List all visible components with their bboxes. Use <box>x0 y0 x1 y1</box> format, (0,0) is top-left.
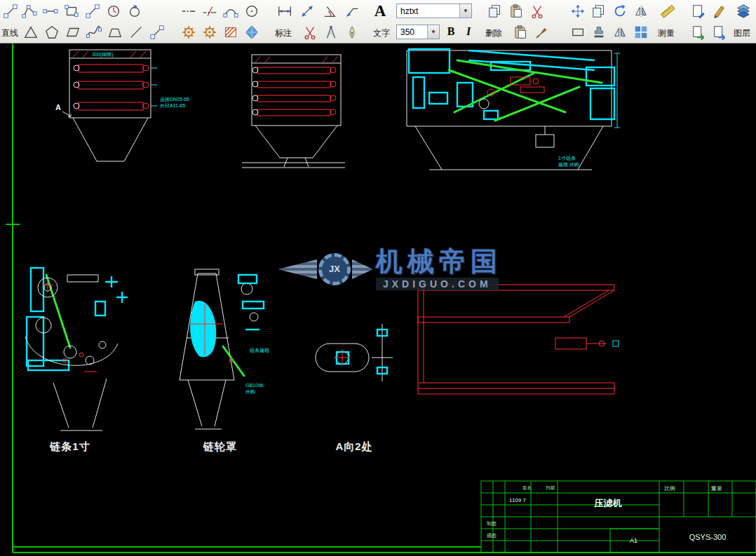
view-machine-rear[interactable]: 1寸链条 规格 外购 <box>407 49 620 170</box>
cut-icon[interactable] <box>527 1 546 20</box>
flip-icon[interactable] <box>610 22 629 41</box>
view-label-chain: 链条1寸 <box>49 440 90 452</box>
page-edit-icon[interactable] <box>689 1 708 20</box>
hline-endpoints-icon[interactable] <box>41 1 60 20</box>
copy-icon[interactable] <box>485 1 504 20</box>
text-tool-button[interactable]: A <box>370 1 390 21</box>
combobox-arrow-icon[interactable]: ▼ <box>459 4 471 18</box>
parallelogram-tool-icon[interactable] <box>63 22 82 41</box>
rectangle-icon[interactable] <box>568 22 587 41</box>
gear-icon[interactable] <box>179 22 198 41</box>
pen-icon[interactable] <box>710 1 729 20</box>
ruler-icon[interactable] <box>658 1 677 20</box>
wing-left-icon <box>278 259 317 279</box>
note-front-band: 300(细筛) <box>92 52 113 57</box>
bold-button[interactable]: B <box>443 24 459 39</box>
toolbar-label-erase: 删除 <box>485 27 502 39</box>
rect-endpoints-icon[interactable] <box>62 1 81 20</box>
title-trace-label: 描图 <box>487 533 497 538</box>
title-date-label: 日期 <box>546 485 555 490</box>
toolbar-label-line: 直线 <box>1 27 18 39</box>
note-rear-1: 1寸链条 <box>558 156 576 161</box>
diagonal-endpoints-icon[interactable] <box>147 22 166 41</box>
gauge-icon[interactable] <box>104 1 123 20</box>
hatch-icon[interactable] <box>221 22 240 41</box>
dash-dot-slash-icon[interactable] <box>200 1 219 20</box>
export-page-green-icon[interactable] <box>689 22 708 41</box>
polyline-endpoints-icon[interactable] <box>20 1 39 20</box>
stamp-icon[interactable] <box>589 22 608 41</box>
dash-dot-line-icon[interactable] <box>179 1 198 20</box>
move-icon[interactable] <box>568 1 587 20</box>
title-date-value: 1109 7 <box>509 497 526 503</box>
view-machine-front[interactable]: 300(细筛) A 连接DN25-65 外径A11-65 <box>55 50 189 161</box>
title-scale-label: 比例 <box>664 485 675 491</box>
toolbar: A hztxt ▼ 直线 标注 文字 <box>0 0 756 43</box>
title-weight-label: 重量 <box>710 485 722 491</box>
cad-canvas[interactable]: 300(细筛) A 连接DN25-65 外径A11-65 <box>0 43 756 556</box>
note-cover-3: 外购 <box>245 389 255 395</box>
clipped-toolbar-icon[interactable] <box>752 1 756 20</box>
toolbar-label-layer: 图层 <box>734 27 750 39</box>
view-a-direction[interactable]: A向2处 <box>316 324 393 452</box>
mirror-icon[interactable] <box>631 1 650 20</box>
compass-icon[interactable] <box>321 22 340 41</box>
title-sign-label: 签名 <box>522 485 532 491</box>
title-drawing-no: QSYS-300 <box>689 533 727 541</box>
note-front-2: 外径A11-65 <box>160 103 185 109</box>
pentagon-tool-icon[interactable] <box>42 22 61 41</box>
duplicate-icon[interactable] <box>589 1 608 20</box>
angle-dimension-icon[interactable] <box>320 1 339 20</box>
horizontal-dimension-icon[interactable] <box>275 1 294 20</box>
circle-direction-icon[interactable] <box>125 1 144 20</box>
view-frame-weldment[interactable] <box>418 285 619 394</box>
title-draft-label: 制图 <box>486 521 497 527</box>
export-page-blue-icon[interactable] <box>710 22 729 41</box>
italic-button[interactable]: I <box>461 24 476 39</box>
diagonal-line-icon[interactable] <box>126 22 145 41</box>
note-cover-2: GB1096 <box>245 383 264 388</box>
section-marker-a: A <box>55 103 61 111</box>
scissors-icon[interactable] <box>300 22 319 41</box>
title-part-name: 压滤机 <box>594 498 623 508</box>
view-chain-detail[interactable]: 链条1寸 <box>25 268 128 452</box>
segment-endpoints-icon[interactable] <box>83 1 102 20</box>
title-block[interactable]: 签名 日期 1109 7 压滤机 制图 描图 A1 比例 重量 QSYS-300 <box>481 481 756 552</box>
combobox-arrow-icon[interactable]: ▼ <box>427 25 439 39</box>
leader-dimension-icon[interactable] <box>342 1 361 20</box>
pen-nib-icon[interactable] <box>342 22 361 41</box>
toolbar-label-dimension: 标注 <box>275 27 292 39</box>
font-size-combobox[interactable]: 350 ▼ <box>396 25 440 39</box>
arc-icon[interactable] <box>221 1 240 20</box>
text-style-value: hztxt <box>397 4 459 18</box>
grid-icon[interactable] <box>631 22 650 41</box>
diamond-icon[interactable] <box>242 22 261 41</box>
circle-icon[interactable] <box>242 1 261 20</box>
gear2-icon[interactable] <box>200 22 219 41</box>
font-size-value: 350 <box>397 25 427 39</box>
gear-logo-icon: JX <box>318 253 351 285</box>
brush-icon[interactable] <box>532 22 551 41</box>
arch-tool-icon[interactable] <box>105 22 124 41</box>
triangle-tool-icon[interactable] <box>21 22 40 41</box>
text-style-combobox[interactable]: hztxt ▼ <box>396 4 472 18</box>
clipboard-icon[interactable] <box>511 22 529 41</box>
title-paper-size: A1 <box>630 537 637 544</box>
layers-icon[interactable] <box>734 1 752 20</box>
view-label-a-view: A向2处 <box>335 440 372 452</box>
paste-icon[interactable] <box>506 1 525 20</box>
note-cover-1: 链条规格 <box>249 348 269 353</box>
aligned-dimension-icon[interactable] <box>297 1 316 20</box>
view-label-cover: 链轮罩 <box>203 440 237 452</box>
watermark-title: 机械帝国 <box>376 248 502 276</box>
note-rear-2: 规格 外购 <box>558 162 579 168</box>
cad-application: A hztxt ▼ 直线 标注 文字 <box>0 0 756 556</box>
spline-tool-icon[interactable] <box>84 22 103 41</box>
view-machine-front-2[interactable] <box>242 55 345 168</box>
view-sprocket-cover[interactable]: 链条规格 GB1096 外购 链轮罩 <box>180 269 269 452</box>
watermark: JX 机械帝国 JXDIGUO.COM <box>278 248 502 290</box>
note-front-1: 连接DN25-65 <box>160 97 189 102</box>
line-endpoints-icon[interactable] <box>1 1 20 20</box>
wing-right-icon <box>352 259 373 279</box>
rotate-icon[interactable] <box>610 1 629 20</box>
